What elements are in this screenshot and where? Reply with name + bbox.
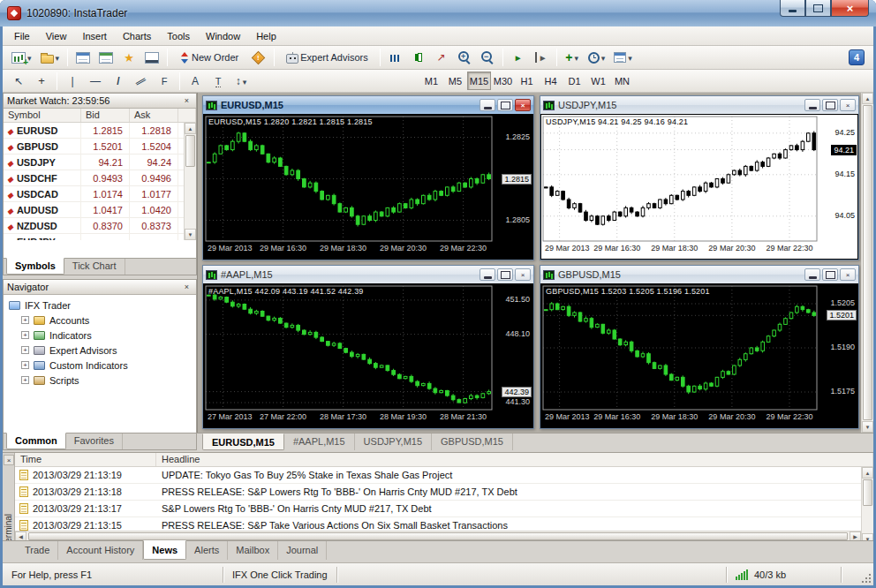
column-header-ask[interactable]: Ask bbox=[130, 109, 178, 122]
tab-mailbox[interactable]: Mailbox bbox=[228, 541, 278, 560]
market-watch-row[interactable]: USDCHF0.94930.9496 bbox=[4, 170, 196, 186]
menu-item-charts[interactable]: Charts bbox=[115, 28, 159, 44]
expand-plus-icon[interactable] bbox=[21, 331, 29, 339]
menu-item-window[interactable]: Window bbox=[198, 28, 248, 44]
zoom-in-button[interactable] bbox=[454, 48, 475, 67]
minimize-button[interactable] bbox=[804, 268, 820, 281]
profiles-button[interactable] bbox=[37, 48, 64, 67]
timeframe-button-m30[interactable]: M30 bbox=[491, 72, 515, 90]
close-button[interactable] bbox=[515, 268, 531, 281]
horizontal-line-button[interactable] bbox=[85, 72, 106, 91]
window-titlebar[interactable]: 1020890: InstaTrader bbox=[0, 0, 876, 26]
text-button[interactable] bbox=[185, 72, 206, 91]
tree-item-accounts[interactable]: Accounts bbox=[4, 313, 196, 328]
restore-button[interactable] bbox=[497, 268, 513, 281]
scroll-left-icon[interactable] bbox=[15, 531, 26, 540]
close-panel-icon[interactable] bbox=[181, 282, 193, 293]
close-panel-icon[interactable] bbox=[4, 455, 14, 465]
arrow-tools-button[interactable] bbox=[230, 72, 252, 91]
close-button[interactable] bbox=[840, 268, 856, 281]
menu-item-file[interactable]: File bbox=[6, 28, 38, 44]
zoom-out-button[interactable] bbox=[477, 48, 498, 67]
vertical-line-button[interactable] bbox=[62, 72, 83, 91]
navigator-button[interactable] bbox=[118, 48, 140, 67]
news-row[interactable]: 2013/03/29 21:13:17S&P Lowers Rtg To 'BB… bbox=[15, 501, 873, 517]
minimize-button[interactable] bbox=[804, 99, 820, 111]
candlestick-chart[interactable]: USDJPY,M15 94.21 94.25 94.16 94.2194.259… bbox=[541, 115, 857, 259]
candlestick-chart[interactable]: EURUSD,M15 1.2820 1.2821 1.2815 1.28151.… bbox=[204, 115, 532, 259]
column-header-time[interactable]: Time bbox=[15, 453, 156, 466]
close-button[interactable] bbox=[840, 99, 856, 111]
tab-account-history[interactable]: Account History bbox=[58, 541, 143, 560]
tree-item-scripts[interactable]: Scripts bbox=[4, 373, 196, 388]
channel-button[interactable] bbox=[131, 72, 152, 91]
close-panel-icon[interactable] bbox=[181, 95, 193, 107]
scrollbar-thumb[interactable] bbox=[863, 105, 872, 420]
cursor-button[interactable] bbox=[8, 72, 29, 91]
scroll-right-icon[interactable] bbox=[850, 531, 861, 540]
scroll-up-icon[interactable] bbox=[862, 93, 873, 104]
timeframe-button-w1[interactable]: W1 bbox=[586, 72, 610, 90]
minimize-button[interactable] bbox=[480, 268, 495, 281]
tab-symbols[interactable]: Symbols bbox=[6, 258, 64, 275]
market-watch-row[interactable]: EURUSD1.28151.2818 bbox=[4, 123, 196, 139]
timeframe-button-m1[interactable]: M1 bbox=[419, 72, 443, 90]
text-label-button[interactable] bbox=[208, 72, 229, 91]
tab-alerts[interactable]: Alerts bbox=[186, 541, 228, 560]
column-header-headline[interactable]: Headline bbox=[156, 453, 873, 466]
menu-item-insert[interactable]: Insert bbox=[74, 28, 115, 44]
restore-button[interactable] bbox=[822, 268, 838, 281]
tree-item-ifx-trader[interactable]: IFX Trader bbox=[4, 298, 196, 313]
market-watch-row[interactable]: GBPUSD1.52011.5204 bbox=[4, 139, 196, 155]
chart-window-titlebar[interactable]: #AAPL,M15 bbox=[203, 266, 533, 283]
timeframe-button-m5[interactable]: M5 bbox=[443, 72, 467, 90]
maximize-button[interactable] bbox=[805, 0, 831, 17]
news-row[interactable]: 2013/03/29 21:13:18PRESS RELEASE: S&P Lo… bbox=[15, 484, 873, 501]
column-header-bid[interactable]: Bid bbox=[81, 109, 130, 122]
timeframe-button-m15[interactable]: M15 bbox=[467, 72, 491, 90]
trendline-button[interactable] bbox=[108, 72, 129, 91]
line-chart-button[interactable] bbox=[431, 48, 452, 67]
market-watch-row[interactable]: USDCAD1.01741.0177 bbox=[4, 186, 196, 202]
expand-plus-icon[interactable] bbox=[21, 376, 29, 384]
indicators-button[interactable] bbox=[562, 48, 583, 67]
market-watch-row[interactable]: EURJPY bbox=[4, 234, 196, 240]
navigator-titlebar[interactable]: Navigator bbox=[4, 280, 196, 295]
chart-window-titlebar[interactable]: GBPUSD,M15 bbox=[540, 266, 858, 283]
restore-button[interactable] bbox=[822, 99, 838, 111]
resize-grip[interactable] bbox=[860, 572, 872, 584]
tab-trade[interactable]: Trade bbox=[17, 541, 58, 560]
news-row[interactable]: 2013/03/29 21:13:19UPDATE: Tokyo Gas To … bbox=[15, 467, 873, 484]
timeframe-button-d1[interactable]: D1 bbox=[563, 72, 586, 90]
market-watch-row[interactable]: AUDUSD1.04171.0420 bbox=[4, 202, 196, 218]
tree-item-custom-indicators[interactable]: Custom Indicators bbox=[4, 358, 196, 373]
candlestick-button[interactable] bbox=[408, 48, 429, 67]
periods-button[interactable] bbox=[585, 48, 609, 67]
minimize-button[interactable] bbox=[780, 0, 805, 17]
tab-news[interactable]: News bbox=[143, 540, 186, 560]
tab-favorites[interactable]: Favorites bbox=[66, 433, 123, 449]
auto-scroll-button[interactable] bbox=[508, 48, 529, 67]
chart-tab-eurusd[interactable]: EURUSD,M15 bbox=[202, 433, 284, 450]
candlestick-chart[interactable]: #AAPL,M15 442.09 443.19 441.52 442.39451… bbox=[204, 284, 532, 427]
tab-tick-chart[interactable]: Tick Chart bbox=[64, 259, 125, 275]
market-watch-row[interactable]: NZDUSD0.83700.8373 bbox=[4, 218, 196, 234]
new-order-button[interactable]: New Order bbox=[172, 48, 245, 67]
chart-window-titlebar[interactable]: EURUSD,M15 bbox=[203, 96, 533, 114]
tab-common[interactable]: Common bbox=[6, 433, 66, 449]
menu-item-help[interactable]: Help bbox=[248, 28, 284, 44]
scroll-down-icon[interactable] bbox=[185, 229, 196, 240]
chart-window-titlebar[interactable]: USDJPY,M15 bbox=[540, 96, 858, 114]
scroll-up-icon[interactable] bbox=[862, 467, 873, 479]
timeframe-button-h1[interactable]: H1 bbox=[515, 72, 539, 90]
timeframe-button-h4[interactable]: H4 bbox=[539, 72, 563, 90]
scroll-down-icon[interactable] bbox=[862, 421, 873, 433]
scrollbar-thumb[interactable] bbox=[863, 479, 872, 506]
fibonacci-button[interactable] bbox=[154, 72, 175, 91]
market-watch-scrollbar[interactable] bbox=[184, 123, 196, 240]
menu-item-tools[interactable]: Tools bbox=[159, 28, 198, 44]
expand-plus-icon[interactable] bbox=[21, 316, 29, 324]
chart-shift-button[interactable] bbox=[531, 48, 552, 67]
alerts-button[interactable]: ! bbox=[247, 48, 269, 67]
close-button[interactable] bbox=[831, 0, 869, 17]
